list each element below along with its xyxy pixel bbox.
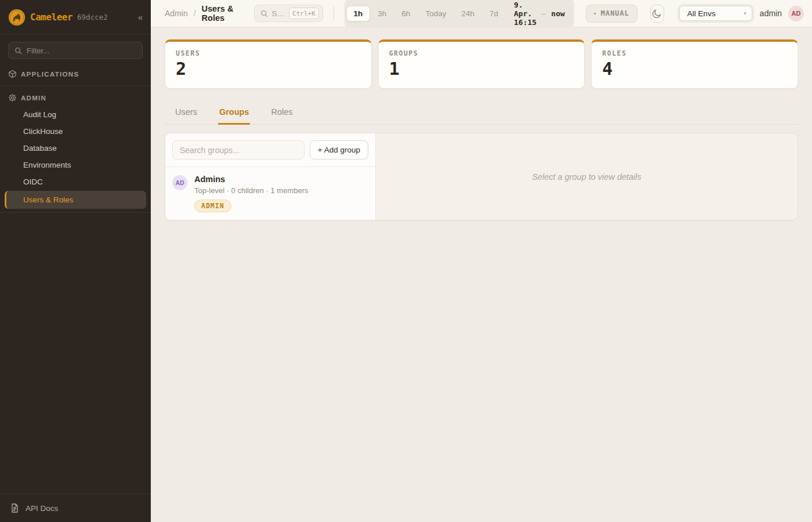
search-icon <box>14 47 22 55</box>
env-select-value: All Envs <box>687 9 716 18</box>
sidebar-divider <box>0 85 151 86</box>
groups-toolbar: + Add group <box>165 133 375 167</box>
env-select-wrapper: All Envs ▾ <box>677 4 754 23</box>
api-docs-label: API Docs <box>26 504 58 513</box>
nav-section-applications[interactable]: APPLICATIONS <box>0 65 151 82</box>
global-search-button[interactable]: S… Ctrl+K <box>254 5 323 22</box>
main-area: Admin / Users & Roles S… Ctrl+K 1h 3h 6h… <box>151 0 812 522</box>
chevron-down-icon: ▾ <box>744 10 746 16</box>
tab-roles[interactable]: Roles <box>270 103 293 125</box>
stat-card-users: USERS 2 <box>165 39 372 89</box>
tab-users[interactable]: Users <box>174 103 198 125</box>
stat-card-roles: ROLES 4 <box>591 39 798 89</box>
sidebar-collapse-button[interactable]: « <box>138 12 143 22</box>
refresh-mode-badge[interactable]: • MANUAL <box>586 5 637 23</box>
groups-panel: + Add group AD Admins Top-level · 0 chil… <box>165 133 798 220</box>
global-search-placeholder: S… <box>272 9 285 18</box>
user-name: admin <box>760 9 782 18</box>
sidebar-filter[interactable] <box>8 42 143 59</box>
breadcrumb-current: Users & Roles <box>202 4 245 23</box>
tab-bar: Users Groups Roles <box>165 103 798 125</box>
env-select[interactable]: All Envs ▾ <box>679 6 752 21</box>
refresh-mode-label: MANUAL <box>601 9 629 17</box>
theme-toggle-button[interactable] <box>650 5 664 23</box>
sidebar-item-database[interactable]: Database <box>0 140 151 157</box>
api-docs-link[interactable]: API Docs <box>0 494 151 522</box>
nav-section-admin[interactable]: ADMIN <box>0 89 151 106</box>
sidebar-item-users-roles[interactable]: Users & Roles <box>5 191 146 209</box>
stat-card-groups: GROUPS 1 <box>378 39 585 89</box>
nav-section-applications-label: APPLICATIONS <box>21 71 79 78</box>
time-range-to: now <box>551 9 564 18</box>
time-range-separator: – <box>542 9 546 18</box>
sidebar-item-clickhouse[interactable]: ClickHouse <box>0 123 151 140</box>
empty-state-text: Select a group to view details <box>532 172 641 182</box>
time-range-picker: 1h 3h 6h Today 24h 7d 9. Apr. 16:15 – no… <box>345 0 574 28</box>
content-area: USERS 2 GROUPS 1 ROLES 4 Users Groups Ro… <box>151 27 812 522</box>
app-root: Cameleer 69dcce2 « APPLICATIONS ADMIN Au… <box>0 0 812 522</box>
time-range-from: 9. Apr. 16:15 <box>514 1 536 27</box>
moon-icon <box>652 9 662 19</box>
breadcrumb-separator: / <box>194 9 196 18</box>
group-admin-badge: ADMIN <box>194 200 231 212</box>
groups-search-input[interactable] <box>172 140 304 160</box>
stat-label: ROLES <box>602 49 787 57</box>
time-option-today[interactable]: Today <box>418 6 454 21</box>
sidebar-filter-input[interactable] <box>27 46 136 55</box>
build-hash: 69dcce2 <box>77 13 108 21</box>
header-divider <box>334 6 334 20</box>
stat-value: 1 <box>389 59 574 79</box>
stats-row: USERS 2 GROUPS 1 ROLES 4 <box>165 39 798 89</box>
status-dot-icon: • <box>594 10 596 17</box>
user-zone: admin AD <box>760 6 804 21</box>
time-option-1h[interactable]: 1h <box>346 6 371 21</box>
document-icon <box>10 503 19 513</box>
add-group-button[interactable]: + Add group <box>310 140 368 160</box>
group-detail-pane: Select a group to view details <box>376 133 798 220</box>
nav-section-admin-label: ADMIN <box>21 95 46 102</box>
group-list-item[interactable]: AD Admins Top-level · 0 children · 1 mem… <box>165 167 375 220</box>
sidebar-divider <box>0 212 151 213</box>
cameleer-logo-icon <box>8 9 26 26</box>
user-avatar[interactable]: AD <box>788 6 804 21</box>
sidebar-header: Cameleer 69dcce2 « <box>0 0 151 35</box>
gear-icon <box>8 93 17 102</box>
stat-value: 2 <box>176 59 361 79</box>
time-option-3h[interactable]: 3h <box>370 6 394 21</box>
sidebar-item-environments[interactable]: Environments <box>0 157 151 173</box>
tab-groups[interactable]: Groups <box>218 103 251 125</box>
sidebar: Cameleer 69dcce2 « APPLICATIONS ADMIN Au… <box>0 0 151 522</box>
time-option-24h[interactable]: 24h <box>454 6 482 21</box>
top-bar: Admin / Users & Roles S… Ctrl+K 1h 3h 6h… <box>151 0 812 27</box>
group-avatar: AD <box>172 175 187 190</box>
sidebar-item-oidc[interactable]: OIDC <box>0 173 151 190</box>
breadcrumb-parent[interactable]: Admin <box>165 9 188 18</box>
brand-name: Cameleer <box>30 12 72 23</box>
time-range-custom[interactable]: 9. Apr. 16:15 – now <box>506 1 572 27</box>
stat-label: USERS <box>176 49 361 57</box>
sidebar-item-audit-log[interactable]: Audit Log <box>0 106 151 123</box>
search-shortcut-badge: Ctrl+K <box>289 8 319 19</box>
group-meta: Top-level · 0 children · 1 members <box>194 186 309 195</box>
time-option-6h[interactable]: 6h <box>394 6 418 21</box>
search-icon <box>260 10 268 17</box>
cube-icon <box>8 70 17 78</box>
group-name: Admins <box>194 175 309 184</box>
time-option-7d[interactable]: 7d <box>482 6 506 21</box>
stat-value: 4 <box>602 59 787 79</box>
groups-list-column: + Add group AD Admins Top-level · 0 chil… <box>165 133 376 220</box>
stat-label: GROUPS <box>389 49 574 57</box>
admin-nav: Audit Log ClickHouse Database Environmen… <box>0 106 151 209</box>
